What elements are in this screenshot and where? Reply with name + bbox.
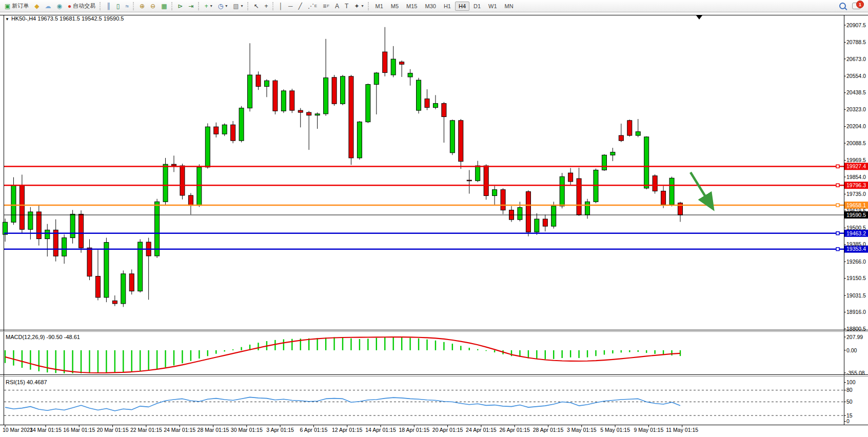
- timeframe-m5[interactable]: M5: [387, 2, 402, 11]
- time-tick-label: 9 May 01:15: [634, 427, 664, 433]
- vertical-line-button[interactable]: │: [277, 2, 286, 11]
- candle: [627, 120, 632, 136]
- cursor-button[interactable]: ↖: [251, 2, 262, 11]
- bull-candle-body: [197, 167, 202, 206]
- price-tick-label: 20788.5: [846, 39, 866, 45]
- autotrading-button[interactable]: ●自动交易: [65, 1, 98, 11]
- timeframe-m15[interactable]: M15: [403, 2, 421, 11]
- search-icon[interactable]: [839, 3, 846, 9]
- bull-candle-body: [163, 164, 168, 202]
- seal-icon: ◆: [34, 3, 39, 9]
- bull-candle-body: [366, 85, 370, 122]
- chart-shift-button[interactable]: ⇥: [186, 2, 196, 11]
- candle: [484, 164, 488, 200]
- candle: [281, 89, 286, 113]
- timeframe-m30[interactable]: M30: [422, 2, 440, 11]
- candlestick-chart-icon: ▯: [116, 3, 120, 9]
- text-button[interactable]: A: [332, 2, 342, 11]
- arrows-button[interactable]: ✦▾: [351, 2, 366, 11]
- arrows-icon: ✦: [354, 3, 359, 9]
- time-tick-label: 10 Mar 2023: [3, 427, 33, 433]
- bear-candle-body: [543, 219, 547, 226]
- fibonacci-icon: ≡: [323, 3, 326, 9]
- new-order-button[interactable]: ▣新订单: [2, 1, 31, 11]
- cursor-icon: ↖: [254, 3, 259, 9]
- candle: [653, 174, 657, 194]
- resistance-line-2-handle[interactable]: [836, 184, 839, 187]
- bull-candle-body: [264, 81, 269, 86]
- time-tick-label: 6 Apr 01:15: [300, 427, 328, 433]
- candle: [644, 136, 649, 189]
- time-tick-label: 30 Mar 01:15: [231, 427, 263, 433]
- horizontal-line-button[interactable]: ─: [286, 2, 295, 11]
- timeframe-h1[interactable]: H1: [440, 2, 455, 11]
- price-tick-label: 19266.0: [846, 259, 866, 265]
- bear-candle-body: [619, 135, 623, 141]
- seal-button[interactable]: ◆: [32, 2, 42, 11]
- toolbar-grip: [171, 2, 174, 10]
- trendline-button[interactable]: ╱: [296, 2, 305, 11]
- indicators-button[interactable]: +▾: [202, 2, 215, 11]
- candle: [273, 80, 278, 115]
- bull-candle-body: [62, 238, 67, 256]
- bear-candle-body: [214, 127, 219, 134]
- candle: [205, 123, 210, 168]
- candle: [526, 190, 530, 236]
- zoom-in-icon: ⊕: [140, 3, 145, 9]
- toolbar-grip: [272, 2, 275, 10]
- candle: [222, 123, 227, 136]
- candle: [332, 75, 337, 106]
- bull-candle-body: [248, 75, 252, 108]
- auto-scroll-icon: ⊳: [178, 3, 183, 9]
- timeframe-h4[interactable]: H4: [455, 2, 469, 11]
- chevron-down-icon: ▾: [241, 4, 243, 8]
- publish-button[interactable]: ☁: [43, 2, 54, 11]
- periods-button[interactable]: ◷▾: [215, 2, 230, 11]
- chart-dropdown-icon[interactable]: ▼: [5, 17, 9, 22]
- indicators-icon: +: [205, 3, 208, 9]
- tile-windows-button[interactable]: ▦: [159, 2, 169, 11]
- signals-button[interactable]: ◉: [54, 2, 65, 11]
- bear-candle-body: [298, 110, 303, 112]
- timeframe-mn[interactable]: MN: [501, 2, 517, 11]
- zoom-in-button[interactable]: ⊕: [137, 2, 147, 11]
- macd-tick-label: -355.08: [846, 370, 865, 376]
- bear-candle-body: [36, 212, 41, 239]
- bear-candle-body: [484, 166, 488, 195]
- timeframe-m1[interactable]: M1: [372, 2, 387, 11]
- text-label-button[interactable]: T: [342, 2, 351, 11]
- auto-scroll-button[interactable]: ⊳: [175, 2, 186, 11]
- bear-candle-body: [653, 176, 657, 191]
- resistance-line-1-handle[interactable]: [836, 165, 839, 168]
- bull-candle-body: [239, 108, 244, 141]
- crosshair-button[interactable]: +: [262, 2, 271, 11]
- candle: [121, 270, 126, 307]
- time-tick-label: 18 Apr 01:15: [399, 427, 430, 433]
- toolbar-grip: [198, 2, 201, 10]
- timeframe-d1[interactable]: D1: [470, 2, 484, 11]
- zoom-out-button[interactable]: ⊖: [148, 2, 158, 11]
- bull-candle-body: [104, 243, 109, 297]
- equidistant-channel-button[interactable]: ⋰E: [305, 2, 320, 11]
- time-tick-label: 20 Mar 01:15: [97, 427, 129, 433]
- timeframe-w1[interactable]: W1: [485, 2, 501, 11]
- templates-button[interactable]: ▧▾: [230, 2, 245, 11]
- fibonacci-button[interactable]: ≡F: [320, 2, 332, 11]
- notifications-icon[interactable]: 1: [852, 3, 861, 9]
- pivot-line-handle[interactable]: [836, 204, 839, 207]
- support-line-1-handle[interactable]: [836, 232, 839, 235]
- price-tick-label: 19735.0: [846, 191, 866, 197]
- bear-candle-body: [400, 62, 404, 64]
- candlestick-chart-button[interactable]: ▯: [114, 2, 123, 11]
- templates-icon: ▧: [233, 3, 239, 9]
- bull-candle-body: [476, 166, 480, 181]
- autotrading-icon: ●: [68, 3, 71, 9]
- bar-chart-button[interactable]: ║: [104, 2, 113, 11]
- chart-background: [0, 12, 868, 437]
- line-chart-button[interactable]: ≈: [123, 2, 131, 11]
- rsi-label: RSI(15) 40.4687: [6, 379, 47, 385]
- time-axis[interactable]: 10 Mar 202314 Mar 01:1516 Mar 01:1520 Ma…: [3, 425, 698, 433]
- support-line-2-handle[interactable]: [836, 248, 839, 251]
- candle: [450, 120, 455, 155]
- new-order-button-label: 新订单: [12, 2, 29, 10]
